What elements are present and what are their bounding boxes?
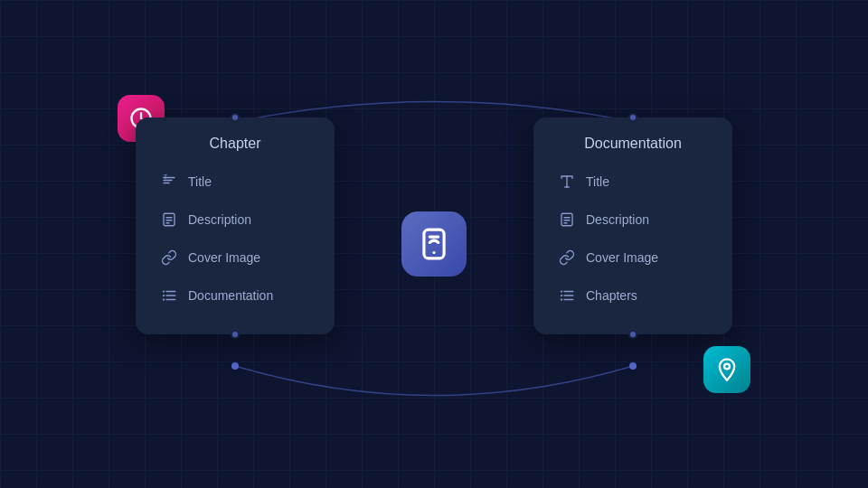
chapter-field-description[interactable]: Description	[150, 202, 320, 237]
chapter-description-label: Description	[188, 212, 251, 227]
svg-rect-24	[561, 213, 572, 226]
svg-point-16	[163, 290, 165, 292]
diagram-scene: Chapter T Title	[108, 72, 760, 416]
svg-point-2	[231, 362, 239, 370]
svg-point-34	[724, 364, 730, 370]
svg-rect-19	[424, 230, 444, 258]
text-icon-chapter-title: T	[159, 172, 179, 192]
doc-cover-label: Cover Image	[586, 250, 658, 265]
documentation-card-title: Documentation	[548, 136, 718, 152]
doc-field-chapters[interactable]: Chapters	[548, 278, 718, 313]
svg-point-3	[629, 362, 637, 370]
chapter-field-cover[interactable]: Cover Image	[150, 240, 320, 275]
list-icon-chapter-doc	[159, 286, 179, 305]
doc-chapters-label: Chapters	[586, 288, 637, 303]
chapter-field-documentation[interactable]: Documentation	[150, 278, 320, 313]
svg-point-17	[163, 295, 165, 296]
chapter-documentation-label: Documentation	[188, 288, 273, 303]
chapter-field-title[interactable]: T Title	[150, 164, 320, 199]
doc-icon-desc	[557, 210, 577, 230]
svg-text:T: T	[164, 174, 167, 180]
phone-badge	[401, 211, 467, 277]
dot-chapter-top	[231, 113, 240, 122]
svg-point-18	[163, 298, 165, 300]
svg-point-33	[561, 298, 562, 300]
doc-icon-chapter-desc	[159, 210, 179, 230]
doc-field-title[interactable]: Title	[548, 164, 718, 199]
link-icon-doc-cover	[557, 248, 577, 267]
list-icon-doc-chapters	[557, 286, 577, 305]
documentation-card: Documentation Title	[533, 117, 732, 334]
chapter-title-label: Title	[188, 174, 212, 189]
dot-chapter-bottom	[231, 330, 240, 339]
chapter-cover-label: Cover Image	[188, 250, 260, 265]
pin-badge	[703, 346, 750, 393]
doc-title-label: Title	[586, 174, 609, 189]
chapter-card: Chapter T Title	[136, 117, 335, 334]
svg-point-20	[432, 251, 435, 254]
phone-icon	[417, 227, 451, 261]
dot-doc-top	[628, 113, 637, 122]
doc-description-label: Description	[586, 212, 649, 227]
doc-field-cover[interactable]: Cover Image	[548, 240, 718, 275]
link-icon-chapter-cover	[159, 248, 179, 267]
text-icon-doc-title	[557, 172, 577, 192]
doc-field-description[interactable]: Description	[548, 202, 718, 237]
svg-point-31	[561, 290, 562, 292]
chapter-card-title: Chapter	[150, 136, 320, 152]
dot-doc-bottom	[628, 330, 637, 339]
pin-icon	[714, 357, 740, 382]
svg-rect-9	[164, 213, 175, 226]
svg-point-32	[561, 295, 562, 296]
